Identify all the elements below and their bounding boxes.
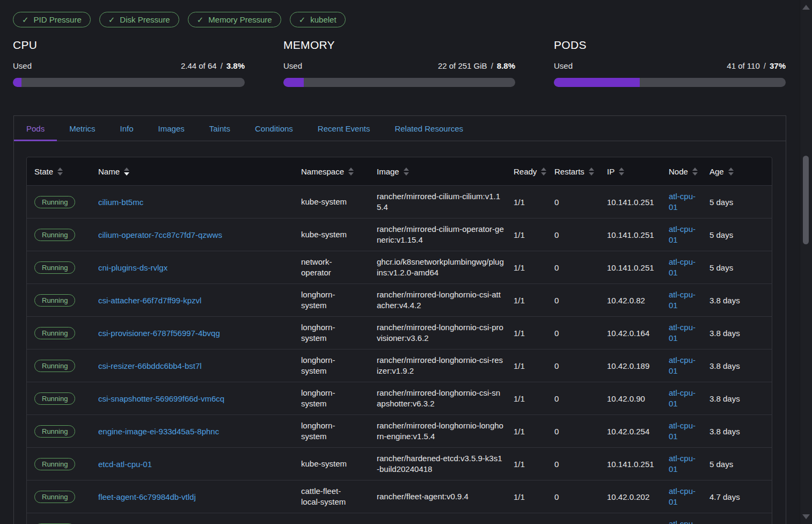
tab-item[interactable]: Conditions	[243, 116, 305, 141]
sort-asc-icon	[541, 168, 546, 171]
pod-ready-cell: 1/1	[514, 460, 554, 469]
pod-namespace-cell: cattle-fleet-local-system	[301, 486, 377, 507]
column-header[interactable]: Restarts	[554, 167, 607, 176]
column-header-label: State	[34, 167, 53, 176]
tab-item[interactable]: Recent Events	[305, 116, 383, 141]
pod-state-badge: Running	[34, 392, 75, 405]
pods-table-header: State Name Namespace Image Ready Restart…	[27, 157, 772, 185]
column-header[interactable]: Node	[669, 167, 709, 176]
pod-namespace-cell: kube-system	[301, 196, 377, 207]
pod-node-link[interactable]: atl-cpu-01	[669, 453, 702, 475]
sort-carets-icon	[124, 168, 129, 176]
pod-row: Running engine-image-ei-933d45a5-8phnc l…	[27, 414, 772, 447]
pod-image: rancher/mirrored-cilium-operator-generic…	[377, 224, 504, 245]
pod-namespace: longhorn-system	[301, 355, 353, 376]
pod-ip: 10.42.0.90	[607, 394, 645, 403]
pod-age-cell: 5 days	[709, 263, 764, 272]
check-icon: ✓	[108, 15, 115, 25]
pod-state-cell: Running	[34, 491, 98, 503]
pod-namespace-cell: longhorn-system	[301, 388, 377, 409]
pod-node-link[interactable]: atl-cpu-01	[669, 289, 702, 311]
pod-ip-cell: 10.141.0.251	[607, 263, 669, 272]
tab-item[interactable]: Taints	[197, 116, 243, 141]
scroll-down-icon[interactable]	[802, 514, 810, 519]
column-header[interactable]: Image	[377, 167, 514, 176]
scrollbar-thumb[interactable]	[803, 156, 809, 244]
tab-item[interactable]: Related Resources	[382, 116, 476, 141]
gauge-title: PODS	[554, 39, 786, 52]
pod-node-link[interactable]: atl-cpu-01	[669, 486, 702, 507]
pod-ip: 10.42.0.254	[607, 427, 649, 436]
pod-age: 4.7 days	[709, 492, 740, 501]
pod-image-cell: rancher/mirrored-longhornio-longhorn-eng…	[377, 420, 514, 442]
pod-namespace: network-operator	[301, 257, 353, 278]
pod-name-link[interactable]: csi-attacher-66f7d7ff99-kpzvl	[98, 296, 201, 305]
pod-image: rancher/mirrored-cilium-cilium:v1.15.4	[377, 191, 504, 213]
pod-name-link[interactable]: csi-resizer-66bddc6bb4-bst7l	[98, 361, 202, 370]
sort-asc-icon	[124, 168, 129, 171]
pod-node-cell: atl-cpu-01	[669, 322, 709, 344]
pod-age: 3.8 days	[709, 329, 740, 338]
condition-badge: ✓ PID Pressure	[13, 12, 91, 27]
pod-ip-cell: 10.42.0.82	[607, 296, 669, 305]
tab-item[interactable]: Metrics	[57, 116, 107, 141]
sort-desc-icon	[541, 172, 546, 176]
pod-node-link[interactable]: atl-cpu-01	[669, 388, 702, 409]
pod-ready: 1/1	[514, 198, 525, 207]
pod-age-cell: 4.7 days	[709, 492, 764, 501]
sort-asc-icon	[589, 168, 594, 171]
pod-name-link[interactable]: cilium-operator-7cc87c7fd7-qzwws	[98, 230, 222, 239]
pod-name-link[interactable]: engine-image-ei-933d45a5-8phnc	[98, 427, 219, 436]
sort-desc-icon	[348, 172, 354, 176]
pod-name-link[interactable]: csi-snapshotter-569699f66d-vm6cq	[98, 394, 224, 403]
pod-name-link[interactable]: etcd-atl-cpu-01	[98, 460, 152, 469]
pod-ip: 10.42.0.202	[607, 492, 649, 501]
sort-desc-icon	[404, 172, 409, 176]
column-header[interactable]: Ready	[514, 167, 554, 176]
pod-name-link[interactable]: csi-provisioner-6787f56997-4bvqg	[98, 329, 220, 338]
pod-node-link[interactable]: atl-cpu-01	[669, 420, 702, 442]
pod-name-cell: csi-provisioner-6787f56997-4bvqg	[98, 329, 301, 338]
pod-ready: 1/1	[514, 492, 525, 501]
tab-label: Related Resources	[394, 124, 463, 133]
pod-node-link[interactable]: atl-cpu-01	[669, 355, 702, 376]
pod-restarts-cell: 0	[554, 296, 607, 305]
pod-name-link[interactable]: cni-plugins-ds-rvlgx	[98, 263, 167, 272]
column-header[interactable]: Namespace	[301, 167, 377, 176]
pod-ready-cell: 1/1	[514, 427, 554, 436]
resource-gauges: CPU Used 2.44 of 64/3.8% MEMORY Used 22 …	[13, 39, 786, 87]
pod-row: Running cilium-operator-7cc87c7fd7-qzwws…	[27, 218, 772, 251]
pod-namespace: longhorn-system	[301, 322, 353, 344]
column-header[interactable]: Name	[98, 167, 301, 176]
tab-item[interactable]: Images	[146, 116, 197, 141]
pod-age-cell: 5 days	[709, 198, 764, 207]
pod-node-cell: atl-cpu-01	[669, 388, 709, 409]
sort-carets-icon	[589, 168, 594, 176]
sort-asc-icon	[692, 168, 698, 171]
pod-node-link[interactable]: atl-cpu-01	[669, 224, 702, 245]
gauge-used-label: Used	[554, 61, 573, 70]
pod-name-cell: csi-snapshotter-569699f66d-vm6cq	[98, 394, 301, 403]
pod-image: rancher/mirrored-longhornio-csi-attacher…	[377, 289, 504, 311]
pod-ready-cell: 1/1	[514, 329, 554, 338]
scroll-up-icon[interactable]	[802, 5, 810, 10]
vertical-scrollbar[interactable]	[800, 0, 812, 524]
pod-row: Running csi-provisioner-6787f56997-4bvqg…	[27, 316, 772, 349]
pod-name-link[interactable]: cilium-bt5mc	[98, 198, 143, 207]
pod-name-link[interactable]: fleet-agent-6c79984db-vtldj	[98, 492, 196, 501]
pod-node-link[interactable]: atl-cpu-01	[669, 257, 702, 278]
pod-image: rancher/mirrored-longhornio-csi-snapshot…	[377, 388, 504, 409]
column-header[interactable]: IP	[607, 167, 669, 176]
tab-item[interactable]: Pods	[14, 116, 57, 141]
pod-restarts: 0	[554, 329, 559, 338]
tab-item[interactable]: Info	[108, 116, 146, 141]
column-header[interactable]: State	[34, 167, 98, 176]
pod-ready: 1/1	[514, 230, 525, 239]
pod-namespace-cell: kube-system	[301, 458, 377, 469]
pod-row: Running nvcr.io/nvidia/gpu-operator:v2 a…	[27, 513, 772, 524]
pod-node-link[interactable]: atl-cpu-01	[669, 519, 702, 524]
column-header[interactable]: Age	[709, 167, 764, 176]
pod-node-link[interactable]: atl-cpu-01	[669, 191, 702, 213]
pods-progress-bar	[554, 78, 786, 87]
pod-node-link[interactable]: atl-cpu-01	[669, 322, 702, 344]
